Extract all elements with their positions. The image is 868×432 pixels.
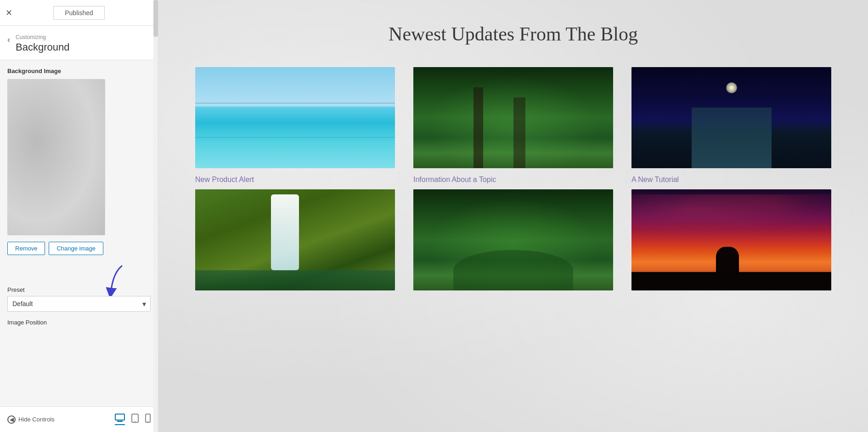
posts-grid: New Product Alert (186, 67, 840, 290)
close-button[interactable]: ✕ (6, 8, 12, 18)
mobile-view-button[interactable] (145, 414, 151, 425)
post-link-1[interactable]: New Product Alert (195, 176, 395, 184)
image-position-section: Image Position (7, 319, 151, 326)
blog-wrapper: Newest Updates From The Blog New Product… (158, 0, 868, 309)
post-link-3[interactable]: A New Tutorial (631, 176, 831, 184)
section-title: Background (16, 41, 69, 53)
preset-select-wrapper: Default Fill Screen Fit to Screen Repeat… (7, 296, 151, 312)
post-col-1: New Product Alert (186, 67, 404, 290)
top-bar: ✕ Published (0, 0, 158, 26)
arrow-annotation (7, 263, 151, 291)
blog-title: Newest Updates From The Blog (186, 23, 840, 45)
svg-point-6 (135, 421, 135, 422)
hide-controls-icon: ◀ (7, 415, 16, 424)
post-bottom-3 (631, 189, 831, 290)
post-image-forest2 (413, 189, 613, 290)
post-col-3: A New Tutorial (622, 67, 840, 290)
post-bottom-2 (413, 189, 613, 290)
left-panel: ✕ Published ‹ Customizing Background Bac… (0, 0, 158, 432)
post-image-sunset (631, 189, 831, 290)
customizing-label: Customizing (16, 34, 69, 40)
bg-image-label: Background Image (7, 68, 151, 74)
back-button[interactable]: ‹ (7, 35, 10, 45)
panel-content: Background Image Remove Change image Pre (0, 60, 158, 406)
post-link-2[interactable]: Information About a Topic (413, 176, 613, 184)
main-content: Newest Updates From The Blog New Product… (158, 0, 868, 432)
remove-button[interactable]: Remove (7, 242, 45, 255)
scrollbar-thumb[interactable] (153, 0, 158, 37)
post-bottom-1 (195, 189, 395, 290)
post-col-2: Information About a Topic (404, 67, 622, 290)
image-position-label: Image Position (7, 319, 151, 326)
svg-rect-1 (115, 414, 124, 420)
btn-row: Remove Change image (7, 242, 151, 255)
blue-arrow-icon (104, 263, 131, 300)
post-image-forest (413, 67, 613, 168)
bg-image-preview (7, 79, 105, 235)
published-button[interactable]: Published (53, 6, 105, 20)
post-top-2 (413, 67, 613, 168)
bg-image-preview-inner (8, 80, 105, 235)
change-image-button[interactable]: Change image (49, 242, 103, 255)
desktop-view-button[interactable] (115, 414, 125, 425)
post-image-night (631, 67, 831, 168)
svg-point-8 (147, 421, 148, 422)
back-section: ‹ Customizing Background (0, 26, 158, 60)
post-image-ocean (195, 67, 395, 168)
preset-select[interactable]: Default Fill Screen Fit to Screen Repeat… (7, 296, 151, 312)
tablet-view-button[interactable] (131, 414, 139, 425)
hide-controls-label: Hide Controls (18, 416, 55, 423)
scrollbar-track[interactable] (153, 0, 158, 432)
post-top-3 (631, 67, 831, 168)
view-icons (115, 414, 151, 425)
bottom-bar: ◀ Hide Controls (0, 406, 158, 432)
post-top-1 (195, 67, 395, 168)
hide-controls-button[interactable]: ◀ Hide Controls (7, 415, 55, 424)
post-image-waterfall (195, 189, 395, 290)
